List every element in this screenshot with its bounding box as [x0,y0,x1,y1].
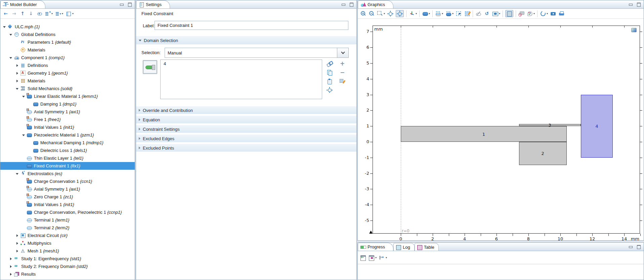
expand-arrow-icon[interactable] [15,241,20,246]
tree-node-parameters-1[interactable]: Parameters 1 {default} [0,38,135,46]
float-icon[interactable] [128,3,132,6]
tree-node-initial-values-1[interactable]: Initial Values 1 {init1} [0,123,135,131]
collapse-arrow-icon[interactable] [15,171,20,176]
tree-node-study-1-eigenfrequency[interactable]: Study 1: Eigenfrequency {std1} [0,255,135,263]
tree-node-charge-conservation-1[interactable]: Charge Conservation 1 {ccn1} [0,177,135,185]
collapse-window-button[interactable] [360,255,366,261]
snapshot-button[interactable] [550,11,556,16]
tree-node-free-1[interactable]: Free 1 {free1} [0,116,135,123]
copy-selection-button[interactable] [327,70,333,75]
clear-selection-button[interactable] [339,78,345,84]
section-header-equation[interactable]: Equation [136,116,356,123]
settings-tab[interactable]: Settings [136,0,170,8]
model-builder-tab[interactable]: Model Builder [0,0,45,8]
dropdown-arrow-icon[interactable]: ▾ [62,12,63,15]
plot-area[interactable]: 0246810121476543210-1-2-3-4-5mmmmr=01234 [358,19,644,240]
tree-node-linear-elastic-material-1[interactable]: Linear Elastic Material 1 {lemm1} [0,92,135,100]
zoom-extents-auto-button[interactable] [396,10,404,17]
tree-node-materials[interactable]: Materials [0,46,135,54]
collapse-arrow-icon[interactable] [2,25,7,29]
collapse-all-button[interactable]: ▾ [55,11,63,16]
tree-node-thin-elastic-layer-1[interactable]: Thin Elastic Layer 1 {tel1} [0,154,135,162]
float-icon[interactable] [637,3,641,6]
selection-combo-input[interactable] [165,48,337,58]
dropdown-arrow-icon[interactable]: ▾ [442,12,443,15]
dropdown-arrow-icon[interactable]: ▾ [386,256,387,259]
nav-forward-button[interactable] [11,11,17,16]
tree-node-terminal-1[interactable]: Terminal 1 {term1} [0,216,135,224]
tree-node-charge-conservation-piezoelectric-1[interactable]: Charge Conservation, Piezoelectric 1 {cc… [0,208,135,216]
selection-list-item[interactable]: 4 [164,61,319,66]
float-icon[interactable] [349,3,353,6]
tree-node-ulc-mph[interactable]: ULC.mph {1} [0,23,135,31]
tree-node-mechanical-damping-1[interactable]: Mechanical Damping 1 {mdmp1} [0,139,135,147]
tree-node-electrical-circuit[interactable]: Electrical Circuit {cir} [0,232,135,239]
move-panel-button[interactable]: ▾ [379,255,387,261]
expand-arrow-icon[interactable] [15,71,20,76]
zoom-out-button[interactable] [369,11,375,16]
tree-node-results[interactable]: Results [0,270,135,278]
expand-arrow-icon[interactable] [15,79,20,83]
deselect-box-button[interactable] [464,11,470,16]
dropdown-arrow-icon[interactable]: ▾ [547,12,548,15]
select-domains-button[interactable]: ▾ [422,11,430,16]
collapse-arrow-icon[interactable] [22,133,26,137]
section-header-override-and-contribution[interactable]: Override and Contribution [136,106,356,114]
minimize-icon[interactable] [629,245,633,248]
dropdown-arrow-icon[interactable]: ▾ [499,12,500,15]
zoom-to-selection-button[interactable] [327,87,333,93]
dropdown-arrow-icon[interactable]: ▾ [375,256,377,259]
tree-node-materials[interactable]: Materials [0,77,135,85]
selection-combo-dropdown-button[interactable] [337,48,349,58]
print-button[interactable] [559,11,565,16]
zoom-box-button[interactable]: ▾ [377,11,385,16]
view-menu-button[interactable]: ▾ [492,11,500,16]
dropdown-arrow-icon[interactable]: ▾ [533,12,535,15]
float-icon[interactable] [637,245,641,248]
expand-arrow-icon[interactable] [9,264,13,269]
dropdown-arrow-icon[interactable]: ▾ [384,12,385,15]
tree-node-fixed-constraint-1[interactable]: Fixed Constraint 1 {fix1} [0,162,135,170]
tree-node-piezoelectric-material-1[interactable]: Piezoelectric Material 1 {pzm1} [0,131,135,139]
tree-node-mesh-1[interactable]: Mesh 1 {mesh1} [0,247,135,255]
select-boundaries-button[interactable]: ▾ [435,11,443,16]
tab-progress[interactable]: Progress [358,243,393,251]
dropdown-arrow-icon[interactable]: ▾ [416,12,417,15]
zoom-in-button[interactable] [360,11,366,16]
reset-hiding-button[interactable] [484,11,490,16]
minimize-icon[interactable] [120,3,124,6]
dropdown-arrow-icon[interactable]: ▾ [72,12,74,15]
domain-selection-list[interactable]: 4 [160,59,322,99]
select-edges-button[interactable]: ▾ [445,11,454,16]
add-to-selection-button[interactable] [339,61,345,67]
section-header-excluded-points[interactable]: Excluded Points [136,144,356,152]
tree-node-terminal-2[interactable]: Terminal 2 {term2} [0,224,135,232]
move-up-button[interactable] [19,11,26,16]
move-down-button[interactable] [28,11,34,16]
tab-log[interactable]: Log [393,243,415,251]
expand-arrow-icon[interactable] [15,233,20,238]
domain-selection-header[interactable]: Domain Selection [136,36,356,44]
dropdown-arrow-icon[interactable]: ▾ [452,12,454,15]
tree-node-initial-values-1[interactable]: Initial Values 1 {init1} [0,201,135,208]
view-orientation-button[interactable]: ▾ [409,11,417,16]
progress-window-button[interactable]: ▾ [369,255,377,261]
grid-button[interactable] [505,10,513,17]
tree-node-geometry-1[interactable]: Geometry 1 {geom1} [0,69,135,77]
tree-node-dielectric-loss-1[interactable]: Dielectric Loss 1 {dels1} [0,147,135,154]
tree-node-definitions[interactable]: Definitions [0,62,135,69]
create-selection-button[interactable] [327,61,333,67]
tree-node-zero-charge-1[interactable]: Zero Charge 1 {zc1} [0,193,135,201]
hide-labels-button[interactable] [518,11,524,16]
tree-node-component-1[interactable]: Component 1 {comp1} [0,54,135,62]
collapse-arrow-icon[interactable] [9,32,13,37]
expand-all-button[interactable]: ▾ [45,11,53,16]
dropdown-arrow-icon[interactable]: ▾ [429,12,430,15]
tree-node-global-definitions[interactable]: Global Definitions [0,31,135,38]
collapse-arrow-icon[interactable] [9,55,13,60]
zoom-extents-button[interactable] [387,11,393,16]
expand-arrow-icon[interactable] [9,272,13,277]
paste-selection-button[interactable] [327,78,333,84]
model-tree-columns-button[interactable]: ▾ [66,11,74,16]
spin-view-button[interactable]: ▾ [540,11,548,16]
